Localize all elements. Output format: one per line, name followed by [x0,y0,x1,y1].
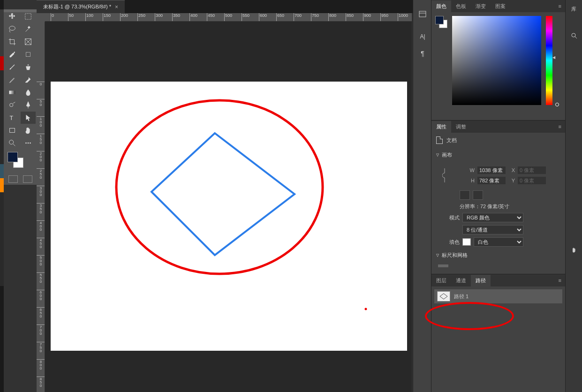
tab-adjustments[interactable]: 调整 [451,121,471,133]
color-swatches[interactable] [4,150,37,173]
ruler-origin[interactable] [37,13,45,22]
bit-depth-select[interactable]: 8 位/通道 [462,225,523,234]
tab-gradient[interactable]: 渐变 [471,0,491,12]
svg-rect-15 [419,11,426,17]
eyedropper-tool[interactable] [5,48,20,60]
canvas-shapes [51,82,407,351]
x-input[interactable] [518,166,546,174]
library-tab[interactable]: 库 [566,0,582,18]
y-label: Y [508,178,515,183]
panel-menu-icon[interactable]: ≡ [555,278,565,283]
lasso-tool[interactable] [5,23,20,35]
marquee-tool[interactable] [21,10,36,23]
panel-icon-1[interactable] [413,6,432,23]
orientation-landscape-button[interactable] [473,190,483,200]
tab-swatches[interactable]: 色板 [451,0,471,12]
tab-pattern[interactable]: 图案 [491,0,510,12]
x-label: X [508,167,515,173]
path-item-label: 路径 1 [454,293,469,300]
hand-tool[interactable] [21,124,36,136]
svg-rect-3 [26,53,30,57]
screen-mode-toggle[interactable] [23,175,32,183]
h-label: H [468,178,475,183]
quick-mask-toggle[interactable] [8,175,18,183]
eraser-tool[interactable] [21,74,36,86]
mini-fg-swatch[interactable] [435,16,444,24]
artboard[interactable] [51,82,407,351]
tab-channels[interactable]: 通道 [451,275,471,286]
edit-toolbar[interactable] [21,137,36,149]
svg-rect-4 [9,90,15,94]
mode-label: 模式 [446,214,460,221]
svg-point-1 [9,26,15,30]
svg-marker-13 [151,133,295,255]
tab-layers[interactable]: 图层 [431,275,451,286]
tab-properties[interactable]: 属性 [431,121,451,133]
canvas-area: 0501001502002503003504004505005506006507… [37,13,412,392]
color-mode-select[interactable]: RGB 颜色 [462,213,523,222]
canvas-section-label: 画布 [442,151,452,158]
clone-stamp-tool[interactable] [21,61,36,73]
type-tool[interactable]: T [5,112,20,124]
move-tool[interactable] [5,10,20,23]
doc-label: 文档 [446,137,457,144]
svg-point-11 [30,143,31,144]
color-panel-tabs: 颜色 色板 渐变 图案 ≡ [431,0,565,12]
svg-point-9 [25,143,27,144]
rectangle-tool[interactable] [5,124,20,136]
canvas-viewport[interactable] [45,22,412,392]
color-marker[interactable] [555,103,559,106]
link-wh-icon[interactable] [442,168,447,182]
path-item[interactable]: 路径 1 [434,289,562,303]
left-color-strip [0,0,4,392]
horizontal-ruler[interactable]: 0501001502002503003504004505005506006507… [45,13,412,22]
hand-icon[interactable] [566,242,582,259]
brush-tool[interactable] [5,61,20,73]
fill-color-swatch[interactable] [462,238,471,246]
document-tab[interactable]: 未标题-1 @ 73.3%(RGB/8#) * × [37,0,125,13]
document-icon [436,136,443,144]
pen-tool[interactable] [21,99,36,111]
fill-select[interactable]: 白色 [474,237,523,247]
y-input[interactable] [518,177,546,184]
color-panel-body: ◀ [431,12,565,120]
close-icon[interactable]: × [115,4,118,10]
width-input[interactable] [477,166,506,174]
document-tab-title: 未标题-1 @ 73.3%(RGB/8#) * [43,3,111,10]
height-input[interactable] [477,177,506,184]
far-right-dock: 库 [565,0,582,392]
properties-panel: 属性 调整 ≡ 文档 ▽ 画布 W X H [431,120,565,274]
vertical-ruler[interactable]: 0501001502002503003504004505005506006507… [37,22,45,392]
foreground-color-swatch[interactable] [8,152,18,162]
healing-tool[interactable] [21,48,36,60]
history-brush-tool[interactable] [5,74,20,86]
paragraph-panel-icon[interactable]: ¶ [413,45,432,62]
blur-tool[interactable] [21,86,36,98]
right-panel-group: 颜色 色板 渐变 图案 ≡ ◀ 属性 调整 ≡ 文档 ▽ 画布 [431,0,565,392]
orientation-portrait-button[interactable] [460,190,470,200]
tab-color[interactable]: 颜色 [431,0,451,12]
canvas-section[interactable]: ▽ 画布 [431,148,565,162]
properties-doc-header: 文档 [431,133,565,148]
svg-rect-7 [10,128,15,133]
character-panel-icon[interactable]: A| [413,28,432,45]
svg-point-8 [9,140,14,144]
svg-marker-16 [440,294,447,299]
gradient-tool[interactable] [5,86,20,98]
saturation-brightness-picker[interactable] [452,16,541,105]
crop-tool[interactable] [5,36,20,48]
zoom-tool[interactable] [5,137,20,149]
ruler-grid-widget[interactable] [438,264,448,267]
tab-paths[interactable]: 路径 [471,275,491,286]
panel-menu-icon[interactable]: ≡ [555,3,565,9]
panel-menu-icon[interactable]: ≡ [555,124,565,129]
svg-rect-0 [25,14,31,20]
frame-tool[interactable] [21,36,36,48]
search-icon[interactable] [566,28,582,45]
hue-slider[interactable] [546,16,552,105]
dodge-tool[interactable] [5,99,20,111]
magic-wand-tool[interactable] [21,23,36,35]
path-selection-tool[interactable] [21,112,36,124]
ruler-grid-section[interactable]: ▽ 标尺和网格 [431,248,565,263]
svg-point-17 [572,33,575,37]
